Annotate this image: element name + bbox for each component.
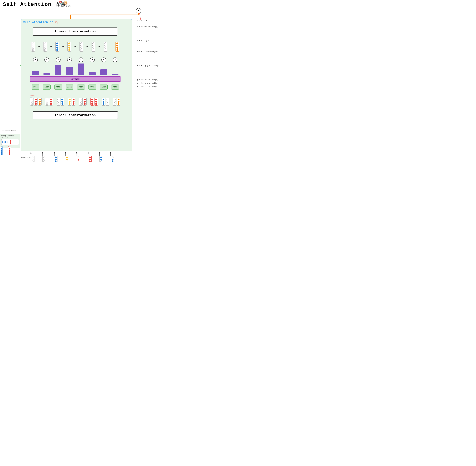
plus-sign: +	[86, 45, 88, 48]
residual-plus-circle: +	[136, 8, 141, 13]
dot	[106, 101, 108, 103]
dot-blue	[0, 151, 2, 153]
dot-orange	[39, 101, 41, 103]
si-dots	[10, 140, 11, 144]
dot	[106, 99, 108, 100]
kqv-group-6	[90, 98, 98, 105]
dot	[114, 101, 116, 103]
dot-blue	[112, 161, 114, 162]
v-equation: v = torch.matmul(x, WV)	[137, 85, 159, 88]
dot-red	[84, 99, 86, 100]
vec-box-1	[31, 42, 35, 52]
emb-vec-3	[54, 156, 58, 162]
mult-circle-2: ×	[44, 58, 49, 62]
k-vector-2	[45, 98, 49, 105]
mult-circle-4: ×	[67, 58, 72, 62]
dot	[104, 45, 106, 47]
dot-red	[91, 101, 93, 103]
q-vector-1	[34, 98, 38, 105]
dot-red	[84, 101, 86, 103]
emb-vec-4	[65, 156, 69, 162]
dot-blue	[56, 47, 58, 49]
k-vector-6	[90, 98, 94, 105]
dot-blue	[61, 101, 63, 103]
dot	[31, 103, 33, 105]
att-v-equation-group: y = att @ v	[137, 40, 159, 42]
dot-blue	[56, 43, 58, 44]
dot	[44, 47, 46, 49]
dot	[44, 45, 46, 47]
mult-circle-8: ×	[113, 58, 117, 62]
q-vector-8	[117, 98, 120, 105]
dot	[32, 45, 34, 47]
dot	[32, 49, 34, 51]
dot	[58, 99, 59, 100]
title-english: Self Attention	[3, 1, 51, 8]
emb-vec-7	[100, 156, 103, 162]
dot	[78, 157, 79, 158]
dot-red	[9, 150, 10, 151]
dot-red	[95, 101, 97, 103]
attn-box-5: Attn	[77, 84, 85, 90]
dot	[104, 43, 106, 44]
dot	[93, 43, 94, 44]
attention-bars-chart	[30, 63, 121, 75]
vec-box-2	[43, 42, 47, 52]
dot	[43, 161, 45, 162]
main-diagram-container: Self Attention of x6 Linear transformati…	[21, 19, 132, 151]
dot	[114, 103, 116, 105]
dot	[80, 45, 82, 47]
dot	[104, 47, 106, 49]
dot-blue	[0, 148, 2, 149]
bar-6	[89, 72, 96, 75]
dot	[104, 49, 106, 51]
logo-text: 公众号/知乎：看图学	[56, 5, 71, 7]
dot-yellow	[68, 47, 70, 49]
dot	[106, 103, 108, 105]
bar-7	[100, 69, 107, 75]
dot	[44, 49, 46, 51]
dot-red	[10, 140, 11, 141]
si-vector-display	[8, 147, 11, 155]
dot-yellow	[68, 49, 70, 51]
bar-5	[78, 63, 84, 75]
dot-red	[50, 103, 52, 105]
dot	[66, 161, 68, 162]
dot-red	[78, 159, 79, 161]
attn-box-4: Attn	[66, 84, 73, 90]
dot-blue	[5, 141, 6, 143]
vec-box-3	[55, 42, 59, 52]
bar-4	[66, 67, 73, 75]
dot	[32, 161, 34, 162]
dot-blue	[103, 103, 104, 105]
attn-box-2: Attn	[43, 84, 51, 90]
linear-out-equation: y = torch.matmul(y, W0)	[137, 26, 159, 28]
dot	[80, 47, 82, 49]
dot	[112, 157, 114, 158]
dot	[32, 47, 34, 49]
linear-transform-top-box: Linear transformation	[33, 27, 118, 35]
emb-vec-2	[43, 156, 46, 162]
emb-vec-8	[111, 156, 114, 162]
dot-red	[35, 103, 37, 105]
dot-blue	[2, 141, 3, 143]
residual-equation-group: y = x + y	[137, 19, 159, 21]
dot-blue	[61, 99, 63, 100]
vec-box-4	[68, 42, 71, 52]
dot-orange	[116, 43, 118, 44]
logo-area: 📚🎨 公众号/知乎：看图学	[56, 1, 71, 7]
dot	[44, 43, 46, 44]
dot	[32, 159, 34, 161]
dot-red	[10, 141, 11, 143]
dot-orange	[118, 103, 119, 105]
linear-out-equation-group: y = torch.matmul(y, W0)	[137, 26, 159, 28]
dot	[80, 49, 82, 51]
luong-title: Luong Attention function	[1, 135, 19, 138]
dot	[93, 49, 94, 51]
dot-red	[35, 99, 37, 100]
dot-blue	[6, 141, 8, 143]
dot-red	[9, 151, 10, 153]
dot-orange	[118, 99, 119, 100]
dot-red	[91, 103, 93, 105]
dot-blue	[0, 150, 2, 151]
